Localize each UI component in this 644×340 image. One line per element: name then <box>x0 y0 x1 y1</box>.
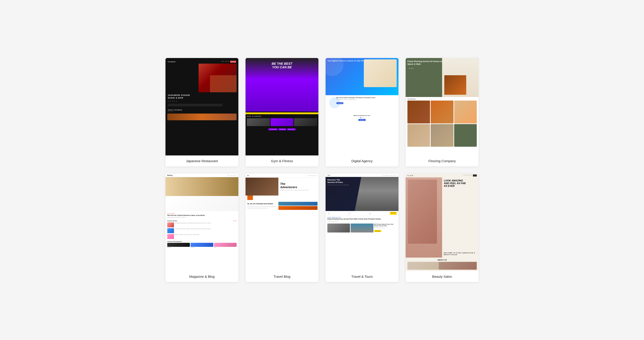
tours-booking-date[interactable]: Date Any <box>369 212 389 215</box>
tb-section2-img-2 <box>278 206 318 210</box>
beauty-hero: LOOK AMAZINGAND FEEL AS FABAS EVER WELCO… <box>406 178 478 258</box>
tours-bottom-img-2 <box>350 224 373 233</box>
jp-nav: MENU GALLERY RESERVE <box>222 61 236 63</box>
preview-japanese: OKAWARI MENU GALLERY RESERVE JAPANESE FU… <box>166 58 238 155</box>
tb-nav: About Blog Contact <box>308 175 317 176</box>
jp-title: JAPANESE FUSIONSUSHI & BAR <box>168 94 236 99</box>
tours-header: Tour Tours Destinations About Contact <box>326 174 398 177</box>
jp-about-sub: SAKURA <box>168 111 236 112</box>
tb-section2-sub2 <box>247 208 268 209</box>
mag-featured-sub: A delicious exploration of global cake t… <box>167 217 236 218</box>
tours-nav-item: About <box>391 175 393 176</box>
tours-booking-where[interactable]: Where Paris <box>327 212 348 215</box>
preview-beauty: FLAIR Services About Blog Book LOOK AMAZ… <box>406 174 478 271</box>
tours-bottom-btn[interactable]: BOOK NOW <box>374 230 381 232</box>
tours-book-now-btn[interactable]: BOOK NOW <box>390 212 397 215</box>
card-label-flooring: Flooring Company <box>406 155 478 166</box>
agency-carousel-dots <box>327 117 397 118</box>
tb-hero-title: TheAdventurers <box>280 182 317 189</box>
mag-nav-item: Recipes <box>234 175 236 176</box>
card-magazine-blog[interactable]: Baking Food Travel Recipes FOOD & TRAVEL… <box>166 174 238 282</box>
tb-section-2: Hi, we are Amanda and Shawn <box>246 201 318 211</box>
beauty-about-image <box>408 262 477 270</box>
gym-btn-1[interactable]: Personal Training <box>268 128 278 130</box>
agency-bottom-btn[interactable]: View More <box>358 119 366 121</box>
mag-popular-title: Popular Stories View All <box>167 220 236 222</box>
mag-nav-item: Travel <box>230 175 232 176</box>
gym-classes-label: OUR CLASSES <box>246 114 318 118</box>
mag-section-text-3: Portraits <box>214 247 236 248</box>
floor-hero-text: Finest Flooring Service for Every Living… <box>408 60 446 65</box>
card-beauty-salon[interactable]: FLAIR Services About Blog Book LOOK AMAZ… <box>406 174 478 282</box>
mag-section-image-1 <box>167 243 190 247</box>
card-travel-blog[interactable]: A. About Blog Contact TheAdventurers Con… <box>246 174 318 282</box>
floor-cta-btn[interactable]: Learn More <box>408 67 414 69</box>
mag-section-item-1: Camera tips <box>167 243 190 248</box>
agency-learn-more-btn[interactable]: Learn More <box>336 102 344 104</box>
preview-travel-blog: A. About Blog Contact TheAdventurers Con… <box>246 174 318 271</box>
gym-hero: BE THE BESTYOU CAN BE <box>246 58 318 112</box>
mag-story-3: Collection of the Best - Creations at th… <box>167 234 236 239</box>
gym-class-img-2 <box>270 118 294 126</box>
mag-story-img-1 <box>167 222 174 227</box>
preview-flooring: Finest Flooring Service for Every Living… <box>406 58 478 155</box>
card-digital-agency[interactable]: Your Digital Presence Is About To Take O… <box>326 58 398 166</box>
tours-booking-bar: Where Paris Tour Type City Date Any BOOK… <box>326 211 398 216</box>
card-travel-tours[interactable]: Tour Tours Destinations About Contact Di… <box>326 174 398 282</box>
gym-btn-3[interactable]: Advanced Yoga <box>287 128 296 130</box>
card-flooring-company[interactable]: Finest Flooring Service for Every Living… <box>406 58 478 166</box>
tours-nav-item: Tours <box>382 175 384 176</box>
tb-section2-text: Hi, we are Amanda and Shawn <box>246 201 278 211</box>
tours-bottom-img-1 <box>327 224 350 233</box>
beauty-nav-btn[interactable]: Book <box>473 175 477 177</box>
beauty-header: FLAIR Services About Blog Book <box>406 174 478 178</box>
mag-section-item-3: Portraits <box>214 243 236 248</box>
mag-featured-title: Here Are the 10 Most Delicious Cakes in … <box>167 214 236 216</box>
beauty-hero-image <box>406 178 442 258</box>
beauty-nav-item: About <box>467 175 470 177</box>
card-label-magazine: Magazine & Blog <box>166 271 238 282</box>
tb-header: A. About Blog Contact <box>246 174 318 178</box>
tours-logo: Tour <box>327 175 330 176</box>
beauty-hero-title: LOOK AMAZINGAND FEEL AS FABAS EVER <box>444 179 477 187</box>
beauty-nav-item: Blog <box>470 175 472 177</box>
mag-nav: Food Travel Recipes <box>227 175 236 176</box>
mag-hero-image <box>166 177 238 211</box>
tours-section-desc: Lorem ipsum dolor sit amet <box>327 221 397 222</box>
tb-section2-images <box>278 201 318 211</box>
template-grid: OKAWARI MENU GALLERY RESERVE JAPANESE FU… <box>166 58 478 282</box>
card-gym-fitness[interactable]: BE THE BESTYOU CAN BE OUR CLASSES Person… <box>246 58 318 166</box>
tours-booking-type[interactable]: Tour Type City <box>348 212 368 215</box>
gym-class-img-1 <box>247 118 270 126</box>
tours-hero-image <box>355 177 398 211</box>
mag-logo: Baking <box>167 175 172 176</box>
floor-tile-2 <box>431 101 453 123</box>
card-label-japanese: Japanese Restaurant <box>166 155 238 166</box>
tb-hero: TheAdventurers Configure your adventure … <box>246 178 318 196</box>
jp-decorative-lines <box>168 103 236 107</box>
jp-subtitle: ★ ★ ★ ★ ★ <box>168 100 236 102</box>
agency-bottom-title: What Can We Do For You? <box>327 115 397 116</box>
gym-yellow-bar <box>246 112 318 114</box>
mag-story-img-3 <box>167 234 174 239</box>
agency-section: We Create Unique Campaigns That Help You… <box>327 97 397 110</box>
card-label-beauty: Beauty Salon <box>406 271 478 282</box>
agency-hero-image <box>364 59 397 87</box>
beauty-logo: FLAIR <box>408 175 414 176</box>
floor-tile-grid <box>408 101 477 147</box>
tb-nav-item: Blog <box>311 175 313 176</box>
mag-view-all[interactable]: View All <box>233 220 236 222</box>
beauty-tagline: WELCOME TO FLAIR LONDON HAIR & BEAUTY SA… <box>444 252 477 256</box>
card-japanese-restaurant[interactable]: OKAWARI MENU GALLERY RESERVE JAPANESE FU… <box>166 58 238 166</box>
floor-tile-6 <box>454 124 477 147</box>
mag-featured-section: FOOD & TRAVEL Here Are the 10 Most Delic… <box>166 211 238 219</box>
tours-nav: Tours Destinations About Contact <box>382 175 397 176</box>
gym-class-images <box>246 118 318 127</box>
tours-section-heading: Enjoy Amazing Tours Around Paris With A … <box>327 218 397 220</box>
mag-section-text-1: Camera tips <box>167 247 190 248</box>
tb-nav-item: Contact <box>314 175 317 176</box>
gym-btn-2[interactable]: Body Building <box>278 128 286 130</box>
jp-nav-item: MENU <box>222 61 224 63</box>
mag-section-text-2: Landscapes <box>190 247 213 248</box>
jp-reserve-btn[interactable]: RESERVE <box>230 61 236 63</box>
